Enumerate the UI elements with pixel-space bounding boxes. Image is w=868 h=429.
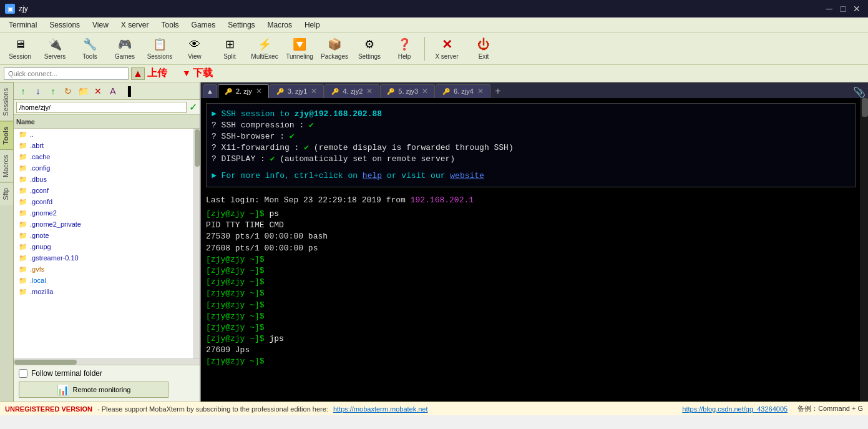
sftp-btn-upload2[interactable]: ↑ [46,84,60,98]
toolbar-exit[interactable]: ⏻ Exit [467,34,500,63]
help-icon: ❓ [397,37,412,52]
menu-sessions[interactable]: Sessions [43,18,86,32]
maximize-button[interactable]: □ [837,3,849,14]
sftp-item-gnote[interactable]: 📁 .gnote [14,230,193,241]
menu-tools[interactable]: Tools [155,18,185,32]
tab-close-btn[interactable]: ✕ [256,87,262,96]
terminal-prompt-6: [zjy@zjy ~]$ [206,311,856,322]
sftp-item-parent[interactable]: 📁 .. [14,129,193,140]
sftp-btn-upload[interactable]: ↑ [16,84,30,98]
tab-2-zjy[interactable]: 🔑 2. zjy ✕ [218,84,269,98]
sftp-item-gnupg[interactable]: 📁 .gnupg [14,241,193,252]
follow-terminal-checkbox[interactable] [19,369,27,378]
tab-close-btn[interactable]: ✕ [477,87,484,96]
statusbar-right[interactable]: https://blog.csdn.net/qq_43264005 [682,405,788,413]
sftp-item-gconf[interactable]: 📁 .gconf [14,185,193,196]
quickconnect-up-btn[interactable]: ▲ [131,67,145,80]
sftp-item-gnome2-private[interactable]: 📁 .gnome2_private [14,219,193,230]
folder-icon: 📁 [19,265,27,274]
sftp-horiz-scroll[interactable] [14,358,200,365]
sftp-panel: ↑ ↓ ↑ ↻ 📁 ✕ A ▐ ✓ Name 📁 .. [14,82,201,402]
exit-label: Exit [479,53,489,60]
side-tab-sftp[interactable]: Sftp [0,182,13,205]
sftp-item-config[interactable]: 📁 .config [14,162,193,174]
tab-close-btn[interactable]: ✕ [422,87,428,96]
sftp-file-list[interactable]: 📁 .. 📁 .abrt 📁 .cache 📁 .config 📁 [14,129,193,358]
toolbar-tools[interactable]: 🔧 Tools [74,34,106,63]
menu-settings[interactable]: Settings [222,18,261,32]
close-button[interactable]: ✕ [851,3,863,14]
sftp-btn-delete[interactable]: ✕ [91,84,105,98]
terminal-line-5: ? DISPLAY : ✔ (automatically set on remo… [212,154,850,165]
sftp-btn-refresh[interactable]: ↻ [61,84,75,98]
tab-up-arrow[interactable]: ▲ [203,84,217,98]
terminal-vscroll[interactable] [861,98,868,402]
tab-pin-icon[interactable]: 📎 [853,86,866,98]
terminal-jps-result: 27609 Jps [206,345,856,356]
toolbar-session[interactable]: 🖥 Session [4,34,36,63]
toolbar-help[interactable]: ❓ Help [388,34,421,63]
sftp-item-dbus[interactable]: 📁 .dbus [14,174,193,185]
sftp-name-column: Name [16,118,35,126]
download-label: 下载 [193,67,213,78]
terminal-scroll-thumb[interactable] [862,98,868,117]
sftp-path-input[interactable] [16,102,187,113]
menu-help[interactable]: Help [298,18,326,32]
side-tab-macros[interactable]: Macros [0,149,13,182]
sftp-btn-download[interactable]: ↓ [31,84,45,98]
sftp-scrollbar-thumb[interactable] [195,129,200,167]
sftp-item-gconfd[interactable]: 📁 .gconfd [14,196,193,207]
tab-add-btn[interactable]: + [491,84,505,98]
quickconnect-input[interactable] [4,67,129,80]
tab-6-zjy4[interactable]: 🔑 6. zjy4 ✕ [436,84,490,98]
side-tab-tools[interactable]: Tools [0,121,13,150]
sftp-btn-newfolder[interactable]: 📁 [76,84,90,98]
toolbar-sessions[interactable]: 📋 Sessions [144,34,176,63]
toolbar-tunneling[interactable]: 🔽 Tunneling [283,34,316,63]
sftp-path-ok[interactable]: ✓ [189,101,197,113]
toolbar-multiexec[interactable]: ⚡ MultiExec [248,34,281,63]
tab-5-zjy3[interactable]: 🔑 5. zjy3 ✕ [380,84,435,98]
tab-close-btn[interactable]: ✕ [366,87,373,96]
side-tab-sessions[interactable]: Sessions [0,82,13,121]
help-link[interactable]: help [363,171,382,180]
sftp-btn-rename[interactable]: A [106,84,120,98]
sftp-item-cache[interactable]: 📁 .cache [14,151,193,162]
titlebar-controls: ─ □ ✕ [823,3,863,14]
toolbar-games[interactable]: 🎮 Games [109,34,141,63]
tab-label: 2. zjy [236,87,252,95]
sftp-item-abrt[interactable]: 📁 .abrt [14,140,193,151]
menu-macros[interactable]: Macros [261,18,298,32]
sftp-toolbar: ↑ ↓ ↑ ↻ 📁 ✕ A ▐ [14,82,200,100]
sftp-scrollbar[interactable] [193,129,200,358]
sftp-hscroll-thumb[interactable] [14,360,77,365]
terminal-content[interactable]: ► SSH session to zjy@192.168.202.88 ? SS… [201,98,861,402]
menu-view[interactable]: View [86,18,115,32]
menu-terminal[interactable]: Terminal [2,18,43,32]
tab-3-zjy1[interactable]: 🔑 3. zjy1 ✕ [270,84,324,98]
tab-lock-icon: 🔑 [225,88,232,95]
sftp-btn-info[interactable]: ▐ [121,84,135,98]
sftp-file-name: .mozilla [30,288,53,295]
toolbar-split[interactable]: ⊞ Split [213,34,246,63]
toolbar-packages[interactable]: 📦 Packages [318,34,351,63]
sftp-item-mozilla[interactable]: 📁 .mozilla [14,286,193,297]
minimize-button[interactable]: ─ [823,3,836,14]
website-link[interactable]: website [450,171,484,180]
toolbar-xserver[interactable]: ✕ X server [429,34,465,63]
toolbar-settings[interactable]: ⚙ Settings [353,34,386,63]
tab-4-zjy2[interactable]: 🔑 4. zjy2 ✕ [324,84,379,98]
tab-close-btn[interactable]: ✕ [311,87,317,96]
toolbar-view[interactable]: 👁 View [178,34,211,63]
sftp-item-gvfs[interactable]: 📁 .gvfs [14,264,193,275]
toolbar-servers[interactable]: 🔌 Servers [39,34,71,63]
sftp-item-gstreamer[interactable]: 📁 .gstreamer-0.10 [14,252,193,264]
statusbar-url[interactable]: https://mobaxterm.mobatek.net [333,405,428,413]
remote-monitoring-button[interactable]: 📊 Remote monitoring [19,382,168,398]
menu-games[interactable]: Games [185,18,222,32]
menu-xserver[interactable]: X server [115,18,155,32]
sftp-item-gnome2[interactable]: 📁 .gnome2 [14,207,193,219]
sftp-item-local[interactable]: 📁 .local [14,275,193,286]
follow-terminal-label[interactable]: Follow terminal folder [31,369,102,378]
titlebar: ▣ zjy ─ □ ✕ [0,0,868,17]
